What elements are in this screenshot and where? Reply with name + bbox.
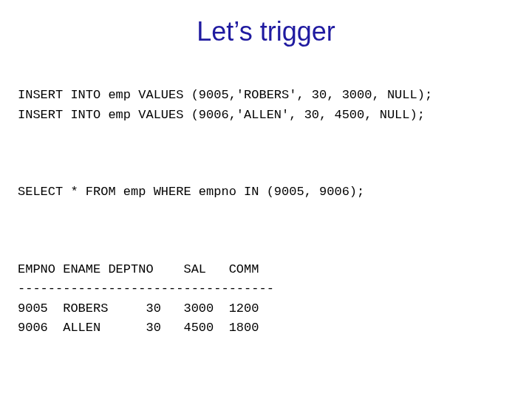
result-row-2: 9006 ALLEN 30 4500 1800 bbox=[18, 321, 259, 335]
code-select: SELECT * FROM emp WHERE empno IN (9005, … bbox=[18, 185, 364, 199]
slide: Let’s trigger INSERT INTO emp VALUES (90… bbox=[0, 0, 532, 399]
code-insert-1: INSERT INTO emp VALUES (9005,'ROBERS', 3… bbox=[18, 88, 432, 102]
slide-title: Let’s trigger bbox=[18, 16, 514, 47]
result-row-1: 9005 ROBERS 30 3000 1200 bbox=[18, 301, 259, 316]
result-divider: ---------------------------------- bbox=[18, 282, 274, 296]
code-block: INSERT INTO emp VALUES (9005,'ROBERS', 3… bbox=[18, 66, 514, 338]
spacer bbox=[18, 202, 514, 241]
result-header: EMPNO ENAME DEPTNO SAL COMM bbox=[18, 262, 259, 276]
spacer bbox=[18, 125, 514, 163]
code-insert-2: INSERT INTO emp VALUES (9006,'ALLEN', 30… bbox=[18, 108, 425, 122]
